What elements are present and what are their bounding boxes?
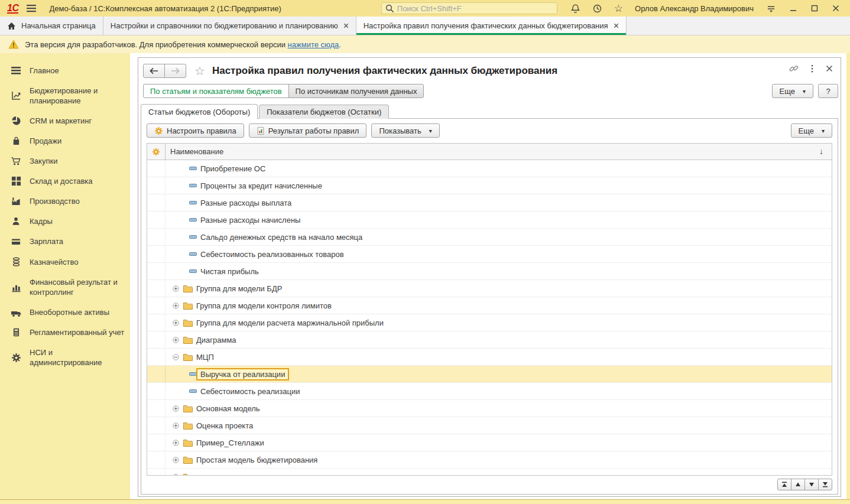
sidebar-item-10[interactable]: Казначейство	[0, 252, 130, 272]
expand-icon[interactable]	[173, 303, 179, 309]
tree-row-name-cell[interactable]	[166, 469, 832, 476]
help-button[interactable]: ?	[818, 84, 838, 98]
get-link-icon[interactable]	[789, 64, 799, 73]
tree-row-item[interactable]: Выручка от реализации	[147, 366, 832, 383]
expand-icon[interactable]	[173, 474, 179, 476]
tree-row-folder[interactable]: Диаграмма	[147, 331, 832, 349]
close-window-icon[interactable]	[832, 5, 839, 12]
sidebar-item-13[interactable]: Регламентированный учет	[0, 323, 130, 343]
expand-icon[interactable]	[173, 337, 179, 343]
collapse-icon[interactable]	[173, 354, 179, 360]
sidebar-item-9[interactable]: Зарплата	[0, 232, 130, 252]
view-by-articles-button[interactable]: По статьям и показателям бюджетов	[143, 84, 289, 98]
forward-button[interactable]	[164, 64, 186, 78]
tree-row-folder[interactable]: Простая модель бюджетирования	[147, 451, 832, 469]
tree-row-name-cell[interactable]: Простая модель бюджетирования	[166, 451, 832, 468]
expand-icon[interactable]	[173, 285, 179, 292]
tree-row-item[interactable]: Себестоимость реализации	[147, 383, 832, 400]
favorites-star-icon[interactable]: ☆	[614, 2, 623, 15]
tree-row-name-cell[interactable]: Оценка проекта	[166, 417, 832, 434]
close-tab-icon[interactable]	[614, 23, 619, 28]
close-form-icon[interactable]	[826, 65, 833, 72]
rules-result-button[interactable]: Результат работы правил	[249, 123, 367, 138]
tree-row-item[interactable]: Проценты за кредит начисленные	[147, 177, 832, 194]
expand-icon[interactable]	[173, 320, 179, 326]
close-tab-icon[interactable]	[343, 23, 349, 28]
tree-row-item[interactable]: Приобретение ОС	[147, 160, 832, 177]
sidebar-item-6[interactable]: Склад и доставка	[0, 171, 130, 191]
sidebar-item-8[interactable]: Кадры	[0, 212, 130, 232]
tree-row-item[interactable]: Себестоимость реализованных товаров	[147, 246, 832, 263]
sidebar-item-7[interactable]: Производство	[0, 191, 130, 212]
tree-row-name-cell[interactable]: Приобретение ОС	[166, 160, 832, 177]
column-settings-gear-icon[interactable]	[152, 148, 160, 156]
list-more-button[interactable]: Еще	[791, 123, 832, 138]
sidebar-item-12[interactable]: Внеоборотные активы	[0, 303, 130, 323]
purchase-link[interactable]: нажмите сюда	[288, 40, 339, 49]
configure-rules-button[interactable]: Настроить правила	[147, 123, 244, 138]
sidebar-item-14[interactable]: НСИ и администрирование	[0, 343, 130, 373]
tree-row-name-cell[interactable]: Группа для модели расчета маржинальной п…	[166, 314, 832, 331]
tree-row-folder[interactable]	[147, 469, 832, 476]
tree-row-name-cell[interactable]: Чистая прибыль	[166, 263, 832, 279]
search-input[interactable]	[381, 2, 557, 14]
tree-row-folder[interactable]: Оценка проекта	[147, 417, 832, 434]
tab-budget-articles[interactable]: Статьи бюджетов (Обороты)	[141, 104, 258, 119]
sidebar-item-4[interactable]: Продажи	[0, 131, 130, 151]
tree-row-folder[interactable]: Основная модель	[147, 400, 832, 417]
go-last-row-button[interactable]	[818, 479, 832, 490]
sidebar-item-2[interactable]: Бюджетирование и планирование	[0, 81, 130, 111]
tree-row-folder[interactable]: Пример_Стеллажи	[147, 434, 832, 451]
back-button[interactable]	[143, 64, 165, 78]
tree-row-name-cell[interactable]: Группа для модели БДР	[166, 280, 832, 297]
table-header[interactable]: Наименование ↓	[147, 144, 832, 160]
tree-row-name-cell[interactable]: Диаграмма	[166, 331, 832, 348]
tree-row-name-cell[interactable]: Пример_Стеллажи	[166, 434, 832, 451]
go-first-row-button[interactable]	[777, 479, 791, 490]
sidebar-item-3[interactable]: CRM и маркетинг	[0, 111, 130, 131]
expand-icon[interactable]	[173, 405, 179, 412]
tree-row-item[interactable]: Разные расходы выплата	[147, 194, 832, 212]
expand-icon[interactable]	[173, 422, 179, 429]
tree-row-folder[interactable]: МЦП	[147, 349, 832, 366]
minimize-icon[interactable]	[790, 5, 797, 12]
row-down-button[interactable]	[804, 479, 819, 490]
tree-row-item[interactable]: Сальдо денежных средств на начало месяца	[147, 229, 832, 246]
expand-icon[interactable]	[173, 457, 179, 463]
tree-row-name-cell[interactable]: Группа для модели контроля лимитов	[166, 297, 832, 314]
show-dropdown-button[interactable]: Показывать	[371, 123, 439, 138]
main-menu-icon[interactable]	[27, 4, 36, 12]
tree-row-name-cell[interactable]: МЦП	[166, 349, 832, 365]
tree-row-item[interactable]: Разные расходы начислены	[147, 212, 832, 229]
tree-row-name-cell[interactable]: Проценты за кредит начисленные	[166, 177, 832, 194]
tree-row-folder[interactable]: Группа для модели контроля лимитов	[147, 297, 832, 314]
view-by-sources-button[interactable]: По источникам получения данных	[288, 84, 424, 98]
current-user[interactable]: Орлов Александр Владимирович	[635, 4, 754, 13]
name-column-header[interactable]: Наименование	[170, 147, 223, 156]
window-tab-2[interactable]: Настройка правил получения фактических д…	[356, 17, 627, 35]
service-menu-icon[interactable]	[767, 4, 776, 13]
tree-row-folder[interactable]: Группа для модели БДР	[147, 280, 832, 297]
sidebar-item-5[interactable]: Закупки	[0, 151, 130, 171]
tree-row-name-cell[interactable]: Разные расходы начислены	[166, 212, 832, 228]
sidebar-item-11[interactable]: Финансовый результат и контроллинг	[0, 272, 130, 303]
tree-row-item[interactable]: Чистая прибыль	[147, 263, 832, 280]
more-options-kebab-icon[interactable]	[811, 64, 813, 73]
window-tab-0[interactable]: Начальная страница	[0, 17, 103, 35]
form-more-button[interactable]: Еще	[772, 84, 813, 98]
expand-icon[interactable]	[173, 440, 179, 446]
maximize-icon[interactable]	[811, 5, 818, 12]
history-icon[interactable]	[592, 4, 602, 14]
window-tab-1[interactable]: Настройки и справочники по бюджетировани…	[103, 17, 356, 35]
tree-row-name-cell[interactable]: Себестоимость реализованных товаров	[166, 246, 832, 262]
tree-row-name-cell[interactable]: Выручка от реализации	[166, 366, 832, 382]
tab-budget-indicators[interactable]: Показатели бюджетов (Остатки)	[259, 105, 389, 119]
tree-row-name-cell[interactable]: Основная модель	[166, 400, 832, 417]
tree-row-name-cell[interactable]: Разные расходы выплата	[166, 194, 832, 211]
add-to-favorites-icon[interactable]: ☆	[194, 65, 205, 77]
tree-row-name-cell[interactable]: Себестоимость реализации	[166, 383, 832, 399]
notifications-bell-icon[interactable]	[570, 4, 580, 14]
row-up-button[interactable]	[791, 479, 805, 490]
tree-row-name-cell[interactable]: Сальдо денежных средств на начало месяца	[166, 229, 832, 245]
tree-row-folder[interactable]: Группа для модели расчета маржинальной п…	[147, 314, 832, 331]
